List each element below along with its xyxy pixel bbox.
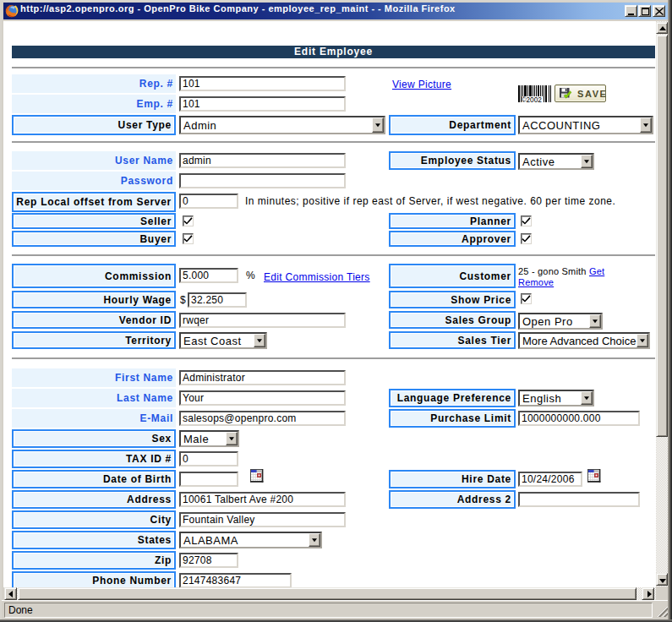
svg-text:©2002: ©2002 bbox=[522, 96, 543, 102]
